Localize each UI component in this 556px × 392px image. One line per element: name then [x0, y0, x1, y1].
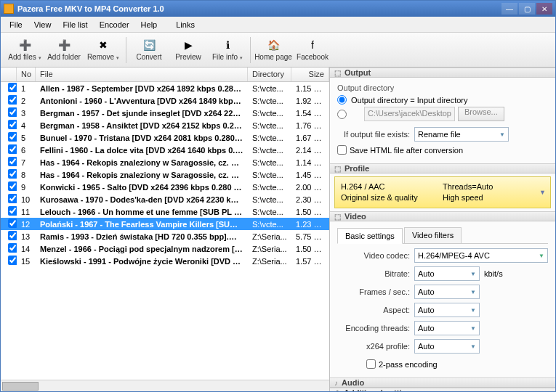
table-row[interactable]: 12Polański - 1967 - The Fearless Vampire… [1, 218, 329, 230]
bitrate-combo[interactable]: Auto▼ [414, 266, 480, 281]
add-files-button-icon: ➕ [18, 38, 31, 52]
app-icon [4, 4, 14, 14]
table-row[interactable]: 10Kurosawa - 1970 - Dodes'ka-den [DVD x2… [1, 193, 329, 205]
settings-pane: ⬚Output Output directory Output director… [330, 68, 555, 391]
video-codec-combo[interactable]: H.264/MPEG-4 AVC▼ [414, 248, 548, 263]
horizontal-scrollbar[interactable] [1, 380, 329, 391]
row-checkbox[interactable] [8, 219, 17, 228]
row-checkbox[interactable] [8, 243, 17, 253]
table-row[interactable]: 15Kieślowski - 1991 - Podwójne życie Wer… [1, 255, 329, 267]
remove-button-icon: ✖ [97, 38, 110, 52]
file-info-button[interactable]: ℹFile info ▾ [208, 34, 247, 66]
column-size[interactable]: Size [291, 68, 329, 81]
title-bar: Pazera Free MKV to MP4 Converter 1.0 — ▢… [1, 1, 555, 17]
row-checkbox[interactable] [8, 107, 17, 117]
chevron-down-icon: ▼ [539, 189, 546, 196]
add-folder-button[interactable]: ➕Add folder [44, 34, 84, 66]
column-check[interactable] [1, 68, 17, 81]
fps-combo[interactable]: Auto▼ [414, 285, 480, 299]
output-dir-input[interactable]: C:\Users\jacek\Desktop [364, 107, 455, 121]
exists-label: If output file exists: [337, 130, 410, 139]
threads-combo[interactable]: Auto▼ [414, 321, 480, 335]
two-pass-checkbox[interactable] [366, 359, 376, 369]
preview-button[interactable]: ▶Preview [169, 34, 208, 66]
list-body[interactable]: 1Allen - 1987 - September [DVD x264 1892… [1, 82, 329, 380]
exists-combo[interactable]: Rename file▼ [414, 127, 509, 142]
preview-button-icon: ▶ [182, 38, 195, 52]
output-same-radio[interactable] [337, 95, 347, 105]
row-checkbox[interactable] [8, 169, 17, 179]
row-checkbox[interactable] [8, 256, 17, 265]
add-files-button[interactable]: ➕Add files ▾ [5, 34, 44, 66]
menu-view[interactable]: View [28, 18, 57, 31]
menu-links[interactable]: Links [170, 18, 201, 31]
table-row[interactable]: 13Ramis - 1993 - Dzień świstaka [HD 720 … [1, 230, 329, 242]
toolbar: ➕Add files ▾➕Add folder✖Remove ▾🔄Convert… [1, 33, 555, 68]
table-row[interactable]: 3Bergman - 1957 - Det sjunde inseglet [D… [1, 107, 329, 119]
row-checkbox[interactable] [8, 181, 17, 191]
file-list-pane: No File Directory Size 1Allen - 1987 - S… [1, 68, 330, 391]
table-row[interactable]: 8Has - 1964 - Rekopis znaleziony w Sarag… [1, 168, 329, 181]
save-html-checkbox[interactable] [337, 145, 347, 155]
facebook-button[interactable]: fFacebook [293, 34, 332, 66]
table-row[interactable]: 6Fellini - 1960 - La dolce vita [DVD x26… [1, 144, 329, 156]
home-page-button[interactable]: 🏠Home page [254, 34, 293, 66]
menu-bar: File View File list Encoder Help Links [1, 17, 555, 33]
video-header[interactable]: ⬚Video [330, 211, 555, 221]
row-checkbox[interactable] [8, 83, 17, 92]
table-row[interactable]: 4Bergman - 1958 - Ansiktet [DVD x264 215… [1, 119, 329, 131]
video-icon: ⬚ [334, 213, 341, 221]
output-dir-label: Output directory [337, 83, 548, 92]
home-page-button-icon: 🏠 [267, 38, 280, 52]
minimize-button[interactable]: — [501, 3, 517, 15]
convert-button-icon: 🔄 [142, 38, 156, 52]
window-title: Pazera Free MKV to MP4 Converter 1.0 [17, 4, 501, 13]
close-button[interactable]: ✕ [536, 3, 552, 15]
gear-icon: ✿ [334, 389, 340, 392]
facebook-button-icon: f [306, 38, 319, 52]
row-checkbox[interactable] [8, 157, 17, 166]
audio-header[interactable]: ♪Audio [330, 377, 555, 388]
menu-encoder[interactable]: Encoder [94, 18, 135, 31]
file-info-button-icon: ℹ [221, 38, 234, 52]
table-row[interactable]: 7Has - 1964 - Rekopis znaleziony w Sarag… [1, 156, 329, 168]
table-row[interactable]: 11Lelouch - 1966 - Un homme et une femme… [1, 205, 329, 218]
table-row[interactable]: 2Antonioni - 1960 - L'Avventura [DVD x26… [1, 94, 329, 107]
row-checkbox[interactable] [8, 231, 17, 240]
additional-header[interactable]: ✿Additional settings [330, 388, 555, 391]
column-directory[interactable]: Directory [248, 68, 291, 81]
x264-combo[interactable]: Auto▼ [414, 339, 480, 354]
row-checkbox[interactable] [8, 144, 17, 154]
row-checkbox[interactable] [8, 206, 17, 216]
row-checkbox[interactable] [8, 132, 17, 142]
tab-video-filters[interactable]: Video filters [404, 227, 462, 243]
output-header[interactable]: ⬚Output [330, 68, 555, 78]
column-file[interactable]: File [36, 68, 248, 81]
convert-button[interactable]: 🔄Convert [129, 34, 169, 66]
column-no[interactable]: No [17, 68, 36, 81]
folder-icon: ⬚ [334, 69, 341, 77]
audio-icon: ♪ [334, 379, 338, 387]
row-checkbox[interactable] [8, 194, 17, 203]
remove-button[interactable]: ✖Remove ▾ [84, 34, 123, 66]
aspect-combo[interactable]: Auto▼ [414, 303, 480, 317]
menu-file[interactable]: File [4, 18, 28, 31]
table-row[interactable]: 1Allen - 1987 - September [DVD x264 1892… [1, 82, 329, 94]
tab-basic-settings[interactable]: Basic settings [337, 228, 403, 244]
table-row[interactable]: 9Konwicki - 1965 - Salto [DVD x264 2396 … [1, 181, 329, 193]
row-checkbox[interactable] [8, 95, 17, 105]
list-header: No File Directory Size [1, 68, 329, 82]
add-folder-button-icon: ➕ [57, 38, 70, 52]
scrollbar-thumb[interactable] [2, 382, 39, 391]
table-row[interactable]: 14Menzel - 1966 - Pociągi pod specjalnym… [1, 242, 329, 255]
output-custom-radio[interactable] [337, 110, 347, 119]
profile-selector[interactable]: H.264 / AAC Original size & quality Thre… [334, 176, 551, 208]
row-checkbox[interactable] [8, 120, 17, 129]
menu-file-list[interactable]: File list [57, 18, 93, 31]
menu-help[interactable]: Help [135, 18, 164, 31]
profile-icon: ⬚ [334, 165, 341, 173]
profile-header[interactable]: ⬚Profile [330, 163, 555, 173]
maximize-button[interactable]: ▢ [519, 3, 535, 15]
table-row[interactable]: 5Bunuel - 1970 - Tristana [DVD x264 2081… [1, 131, 329, 144]
browse-button[interactable]: Browse... [458, 107, 504, 121]
